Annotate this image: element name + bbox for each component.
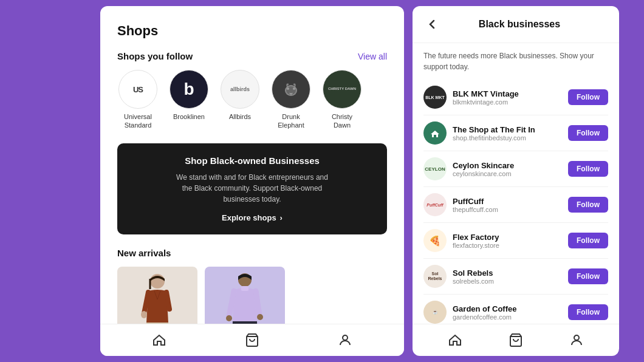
shop-item-allbirds[interactable]: allbirds Allbirds bbox=[219, 70, 261, 130]
svg-point-3 bbox=[293, 87, 295, 90]
business-url-flex-factory: flexfactory.store bbox=[453, 242, 568, 249]
products-row bbox=[117, 267, 387, 324]
business-logo-blk-mkt: BLK MKT bbox=[423, 86, 447, 109]
right-bag-nav-icon[interactable] bbox=[507, 332, 524, 349]
right-profile-nav-icon[interactable] bbox=[568, 332, 585, 349]
left-content: Shops Shops you follow View all US Unive… bbox=[100, 6, 404, 324]
left-panel: Shops Shops you follow View all US Unive… bbox=[100, 6, 404, 356]
shops-section-header: Shops you follow View all bbox=[117, 51, 387, 61]
business-item-blk-mkt: BLK MKT BLK MKT Vintage blkmktvintage.co… bbox=[423, 80, 608, 115]
profile-nav-icon[interactable] bbox=[337, 332, 354, 349]
business-url-blk-mkt: blkmktvintage.com bbox=[453, 98, 568, 106]
shop-item-drunk-elephant[interactable]: DrunkElephant bbox=[270, 70, 312, 130]
business-logo-puffcuff: PuffCuff bbox=[423, 193, 447, 216]
business-url-sol-rebels: solrebels.com bbox=[453, 278, 568, 285]
page-title: Shops bbox=[117, 23, 387, 39]
shop-logo-drunk-elephant bbox=[272, 70, 310, 109]
right-panel-title: Black businesses bbox=[448, 19, 591, 30]
business-logo-ceylon: CEYLON bbox=[423, 157, 447, 180]
banner-body: We stand with and for Black entrepreneur… bbox=[131, 172, 374, 205]
right-subtitle: The future needs more Black businesses. … bbox=[413, 43, 619, 80]
business-url-fit-in: shop.thefitinbedstuy.com bbox=[453, 134, 568, 142]
business-item-ceylon: CEYLON Ceylon Skincare ceylonskincare.co… bbox=[423, 151, 608, 187]
businesses-list: BLK MKT BLK MKT Vintage blkmktvintage.co… bbox=[413, 80, 619, 324]
business-item-garden-coffee: ☕ Garden of Coffee gardenofcoffee.com Fo… bbox=[423, 295, 608, 324]
svg-point-2 bbox=[287, 87, 289, 90]
banner-title: Shop Black-owned Businesses bbox=[131, 155, 374, 166]
new-arrivals-title: New arrivals bbox=[117, 248, 387, 258]
right-home-nav-icon[interactable] bbox=[447, 332, 464, 349]
follow-button-blk-mkt[interactable]: Follow bbox=[568, 89, 608, 105]
business-name-ceylon: Ceylon Skincare bbox=[453, 161, 568, 170]
follow-button-puffcuff[interactable]: Follow bbox=[568, 197, 608, 213]
shop-label-allbirds: Allbirds bbox=[229, 112, 251, 121]
business-info-fit-in: The Shop at The Fit In shop.thefitinbeds… bbox=[453, 125, 568, 142]
black-owned-banner: Shop Black-owned Businesses We stand wit… bbox=[117, 143, 387, 234]
business-info-ceylon: Ceylon Skincare ceylonskincare.com bbox=[453, 161, 568, 177]
business-name-garden-coffee: Garden of Coffee bbox=[453, 304, 568, 313]
right-header: Black businesses bbox=[413, 6, 619, 43]
follow-button-flex-factory[interactable]: Follow bbox=[568, 233, 608, 248]
shop-logo-allbirds: allbirds bbox=[221, 70, 259, 109]
business-info-flex-factory: Flex Factory flexfactory.store bbox=[453, 233, 568, 249]
explore-shops-link[interactable]: Explore shops › bbox=[131, 213, 374, 222]
business-item-fit-in: The Shop at The Fit In shop.thefitinbeds… bbox=[423, 115, 608, 151]
business-name-flex-factory: Flex Factory bbox=[453, 233, 568, 242]
business-logo-fit-in bbox=[423, 121, 447, 145]
shop-item-universal-standard[interactable]: US UniversalStandard bbox=[117, 70, 159, 130]
shop-logo-brooklinen: b bbox=[170, 70, 208, 109]
follow-button-fit-in[interactable]: Follow bbox=[568, 125, 608, 141]
svg-rect-7 bbox=[241, 286, 248, 291]
shop-logo-universal-standard: US bbox=[118, 70, 157, 109]
business-item-sol-rebels: SolRebels Sol Rebels solrebels.com Follo… bbox=[423, 259, 608, 295]
business-url-garden-coffee: gardenofcoffee.com bbox=[453, 313, 568, 321]
shop-item-christy-dawn[interactable]: CHRISTY DAWN ChristyDawn bbox=[321, 70, 363, 130]
follow-button-ceylon[interactable]: Follow bbox=[568, 161, 608, 177]
business-name-puffcuff: PuffCuff bbox=[453, 197, 568, 206]
svg-point-5 bbox=[141, 311, 147, 318]
view-all-link[interactable]: View all bbox=[358, 52, 387, 61]
shop-logo-christy-dawn: CHRISTY DAWN bbox=[323, 70, 361, 109]
follow-button-garden-coffee[interactable]: Follow bbox=[568, 304, 608, 320]
business-url-ceylon: ceylonskincare.com bbox=[453, 170, 568, 177]
left-bottom-nav bbox=[100, 324, 404, 356]
home-nav-icon[interactable] bbox=[151, 332, 168, 349]
business-info-sol-rebels: Sol Rebels solrebels.com bbox=[453, 268, 568, 285]
business-info-garden-coffee: Garden of Coffee gardenofcoffee.com bbox=[453, 304, 568, 321]
business-info-blk-mkt: BLK MKT Vintage blkmktvintage.com bbox=[453, 89, 568, 106]
shop-label-universal-standard: UniversalStandard bbox=[124, 112, 152, 130]
product-card-2[interactable] bbox=[205, 267, 285, 324]
business-url-puffcuff: thepuffcuff.com bbox=[453, 206, 568, 213]
right-panel: Black businesses The future needs more B… bbox=[413, 6, 619, 356]
shops-follow-row: US UniversalStandard b Brooklinen allbir… bbox=[117, 70, 387, 130]
business-info-puffcuff: PuffCuff thepuffcuff.com bbox=[453, 197, 568, 213]
product-card-1[interactable] bbox=[117, 267, 197, 324]
svg-point-9 bbox=[257, 314, 263, 320]
shop-label-drunk-elephant: DrunkElephant bbox=[278, 112, 304, 130]
business-name-blk-mkt: BLK MKT Vintage bbox=[453, 89, 568, 98]
svg-point-11 bbox=[343, 335, 348, 340]
business-item-flex-factory: 🍕 Flex Factory flexfactory.store Follow bbox=[423, 223, 608, 259]
shops-you-follow-label: Shops you follow bbox=[117, 51, 193, 61]
business-logo-sol-rebels: SolRebels bbox=[423, 265, 447, 288]
svg-point-8 bbox=[226, 315, 232, 321]
back-button[interactable] bbox=[423, 16, 440, 33]
shop-label-brooklinen: Brooklinen bbox=[173, 112, 205, 121]
bag-nav-icon[interactable] bbox=[244, 332, 261, 349]
business-name-sol-rebels: Sol Rebels bbox=[453, 268, 568, 278]
business-name-fit-in: The Shop at The Fit In bbox=[453, 125, 568, 134]
svg-point-14 bbox=[574, 335, 579, 340]
shop-label-christy-dawn: ChristyDawn bbox=[332, 112, 352, 130]
right-bottom-nav bbox=[413, 324, 619, 356]
business-logo-flex-factory: 🍕 bbox=[423, 229, 447, 252]
shop-item-brooklinen[interactable]: b Brooklinen bbox=[168, 70, 210, 130]
business-item-puffcuff: PuffCuff PuffCuff thepuffcuff.com Follow bbox=[423, 187, 608, 223]
business-logo-garden-coffee: ☕ bbox=[423, 301, 447, 324]
follow-button-sol-rebels[interactable]: Follow bbox=[568, 268, 608, 284]
